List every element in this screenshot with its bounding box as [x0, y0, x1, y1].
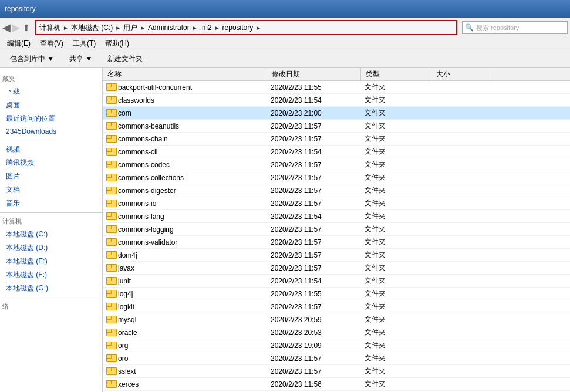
- file-name: commons-lang: [103, 211, 267, 222]
- file-date: 2020/2/23 11:57: [267, 121, 361, 131]
- sidebar-item-recent[interactable]: 最近访问的位置: [0, 112, 102, 126]
- file-name: commons-logging: [103, 224, 267, 235]
- file-row[interactable]: commons-validator 2020/2/23 11:57 文件夹: [103, 236, 570, 249]
- folder-icon: [106, 367, 116, 375]
- file-row[interactable]: backport-util-concurrent 2020/2/23 11:55…: [103, 81, 570, 94]
- file-date: 2020/2/23 11:54: [267, 211, 361, 222]
- column-headers: 名称 修改日期 类型 大小: [103, 68, 570, 81]
- sidebar-item-pictures[interactable]: 图片: [0, 170, 102, 183]
- path-drive: 本地磁盘 (C:): [71, 23, 113, 33]
- path-m2: .m2: [200, 23, 212, 32]
- nav-back[interactable]: ◀ ▶ ⬆: [2, 21, 30, 34]
- folder-icon: [106, 303, 116, 310]
- sidebar-section-computer: 计算机: [0, 215, 102, 228]
- path-admin: Administrator: [148, 23, 190, 32]
- title-text: repository: [5, 5, 36, 13]
- file-size: [431, 164, 490, 166]
- sidebar-item-c-drive[interactable]: 本地磁盘 (C:): [0, 228, 102, 241]
- menu-view[interactable]: 查看(V): [35, 38, 68, 50]
- address-bar[interactable]: 计算机 ► 本地磁盘 (C:) ► 用户 ► Administrator ► .…: [35, 20, 457, 35]
- sidebar-item-2345[interactable]: 2345Downloads: [0, 126, 102, 137]
- address-bar-container: ◀ ▶ ⬆ 计算机 ► 本地磁盘 (C:) ► 用户 ► Administrat…: [0, 18, 570, 38]
- file-row[interactable]: commons-lang 2020/2/23 11:54 文件夹: [103, 210, 570, 223]
- sidebar-item-video[interactable]: 视频: [0, 143, 102, 156]
- content-area: 名称 修改日期 类型 大小 backport-util-concurrent 2…: [103, 68, 570, 392]
- new-folder-button[interactable]: 新建文件夹: [102, 52, 148, 66]
- col-header-date[interactable]: 修改日期: [267, 68, 361, 80]
- file-row[interactable]: dom4j 2020/2/23 11:57 文件夹: [103, 249, 570, 262]
- folder-icon: [106, 342, 116, 349]
- file-date: 2020/2/23 11:54: [267, 276, 361, 286]
- file-row[interactable]: commons-chain 2020/2/23 11:57 文件夹: [103, 133, 570, 146]
- file-row[interactable]: logkit 2020/2/23 11:57 文件夹: [103, 300, 570, 313]
- file-size: [431, 306, 490, 308]
- file-date: 2020/2/23 11:57: [267, 173, 361, 183]
- file-date: 2020/2/23 11:54: [267, 147, 361, 157]
- file-size: [431, 86, 490, 89]
- file-date: 2020/2/23 11:57: [267, 198, 361, 209]
- folder-icon: [106, 264, 116, 272]
- sidebar-item-tencent-video[interactable]: 腾讯视频: [0, 156, 102, 170]
- path-sep-1: ►: [63, 25, 69, 31]
- file-type: 文件夹: [361, 236, 431, 248]
- sidebar-item-f-drive[interactable]: 本地磁盘 (F:): [0, 268, 102, 282]
- path-computer: 计算机: [39, 23, 60, 33]
- sidebar-item-docs[interactable]: 文档: [0, 183, 102, 197]
- file-row[interactable]: org 2020/2/23 19:09 文件夹: [103, 339, 570, 352]
- file-type: 文件夹: [361, 120, 431, 132]
- file-row[interactable]: classworlds 2020/2/23 11:54 文件夹: [103, 94, 570, 107]
- file-size: [431, 370, 490, 373]
- file-row[interactable]: commons-collections 2020/2/23 11:57 文件夹: [103, 171, 570, 184]
- file-type: 文件夹: [361, 184, 431, 197]
- col-header-size[interactable]: 大小: [431, 68, 490, 80]
- file-size: [431, 254, 490, 256]
- file-row[interactable]: commons-cli 2020/2/23 11:54 文件夹: [103, 146, 570, 158]
- sidebar-item-desktop[interactable]: 桌面: [0, 99, 102, 112]
- file-row[interactable]: commons-digester 2020/2/23 11:57 文件夹: [103, 184, 570, 197]
- menu-help[interactable]: 帮助(H): [100, 38, 134, 50]
- search-box[interactable]: 🔍 搜索 repository: [462, 21, 568, 34]
- file-name: log4j: [103, 289, 267, 299]
- sidebar-item-download[interactable]: 下载: [0, 85, 102, 99]
- file-name: classworlds: [103, 95, 267, 106]
- file-row[interactable]: javax 2020/2/23 11:57 文件夹: [103, 262, 570, 275]
- include-library-button[interactable]: 包含到库中 ▼: [5, 52, 59, 66]
- file-row[interactable]: log4j 2020/2/23 11:55 文件夹: [103, 288, 570, 300]
- file-date: 2020/2/23 11:57: [267, 160, 361, 170]
- menu-edit[interactable]: 编辑(E): [2, 38, 35, 50]
- file-row[interactable]: sslext 2020/2/23 11:57 文件夹: [103, 365, 570, 378]
- file-name: commons-validator: [103, 237, 267, 248]
- file-row-oracle[interactable]: oracle 2020/2/23 20:53 文件夹: [103, 326, 570, 339]
- file-name: backport-util-concurrent: [103, 82, 267, 93]
- file-row-com[interactable]: com 2020/2/23 21:00 文件夹: [103, 107, 570, 120]
- sidebar-item-e-drive[interactable]: 本地磁盘 (E:): [0, 255, 102, 268]
- file-row[interactable]: mysql 2020/2/23 20:59 文件夹: [103, 313, 570, 326]
- file-row[interactable]: oro 2020/2/23 11:57 文件夹: [103, 352, 570, 365]
- file-type: 文件夹: [361, 197, 431, 209]
- file-date: 2020/2/23 20:59: [267, 315, 361, 325]
- file-name: javax: [103, 263, 267, 273]
- sidebar-item-music[interactable]: 音乐: [0, 197, 102, 210]
- toolbar: 包含到库中 ▼ 共享 ▼ 新建文件夹: [0, 50, 570, 68]
- file-size: [431, 202, 490, 205]
- file-row[interactable]: commons-io 2020/2/23 11:57 文件夹: [103, 197, 570, 210]
- file-size: [431, 177, 490, 179]
- file-row[interactable]: xerces 2020/2/23 11:56 文件夹: [103, 378, 570, 391]
- file-type: 文件夹: [361, 223, 431, 235]
- col-header-type[interactable]: 类型: [361, 68, 431, 80]
- menu-tools[interactable]: 工具(T): [68, 38, 100, 50]
- file-date: 2020/2/23 11:54: [267, 95, 361, 106]
- file-row[interactable]: commons-beanutils 2020/2/23 11:57 文件夹: [103, 120, 570, 133]
- sidebar-section-network: 络: [0, 300, 102, 313]
- file-row[interactable]: junit 2020/2/23 11:54 文件夹: [103, 275, 570, 288]
- share-button[interactable]: 共享 ▼: [64, 52, 97, 66]
- file-row[interactable]: commons-codec 2020/2/23 11:57 文件夹: [103, 158, 570, 171]
- file-name: commons-beanutils: [103, 121, 267, 131]
- sidebar-item-g-drive[interactable]: 本地磁盘 (G:): [0, 282, 102, 295]
- sidebar-item-d-drive[interactable]: 本地磁盘 (D:): [0, 241, 102, 255]
- menu-bar: 编辑(E) 查看(V) 工具(T) 帮助(H): [0, 38, 570, 50]
- col-header-name[interactable]: 名称: [103, 68, 267, 80]
- file-row[interactable]: commons-logging 2020/2/23 11:57 文件夹: [103, 223, 570, 236]
- file-type: 文件夹: [361, 107, 431, 119]
- file-date: 2020/2/23 11:57: [267, 134, 361, 144]
